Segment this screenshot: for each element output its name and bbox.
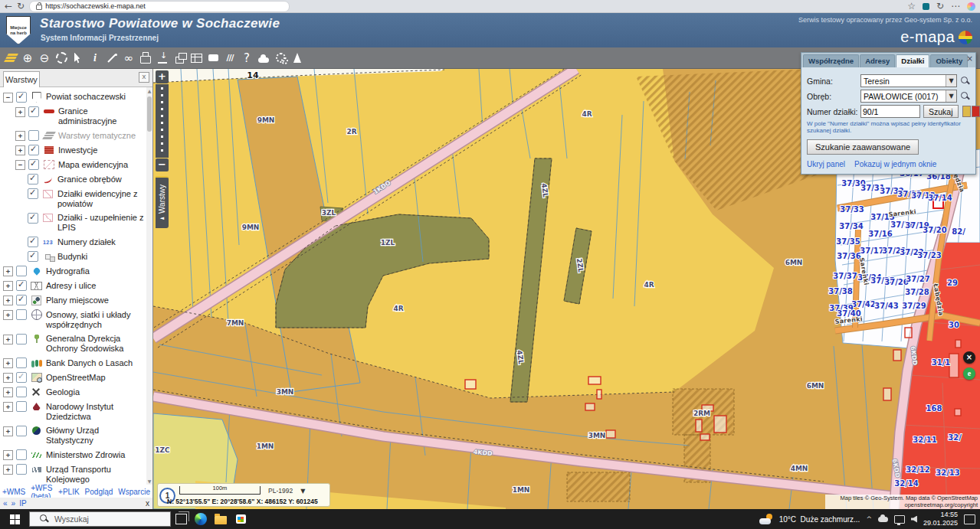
info-icon[interactable]: i: [87, 49, 103, 67]
back-icon[interactable]: ←: [5, 1, 12, 12]
layer-checkbox[interactable]: [16, 280, 27, 291]
settings-icon[interactable]: [272, 49, 289, 67]
footer-link[interactable]: +WMS: [2, 488, 25, 496]
clock[interactable]: 14:55 29.01.2025: [923, 511, 958, 527]
expander-icon[interactable]: +: [3, 266, 13, 276]
layer-checkbox[interactable]: [28, 145, 39, 155]
zoom-in-button[interactable]: +: [156, 70, 169, 83]
volume-icon[interactable]: [911, 516, 917, 523]
search-tab-adresy[interactable]: Adresy: [860, 54, 895, 67]
search-tab-obiekty[interactable]: Obiekty: [930, 54, 968, 67]
expander-icon[interactable]: +: [15, 145, 25, 155]
print-icon[interactable]: [137, 49, 154, 67]
favorite-icon[interactable]: ☆: [907, 1, 916, 12]
start-button[interactable]: [0, 509, 29, 529]
select-area-icon[interactable]: [53, 49, 70, 67]
comment-icon[interactable]: [205, 49, 221, 67]
layer-checkbox[interactable]: [16, 358, 27, 368]
search-gmina-icon[interactable]: [961, 77, 970, 86]
scroll-down-icon[interactable]: ▼: [146, 478, 152, 484]
search-button[interactable]: Szukaj: [923, 105, 959, 118]
expander-icon[interactable]: +: [3, 335, 13, 345]
pager-next[interactable]: »: [11, 499, 16, 508]
layer-checkbox[interactable]: [16, 372, 27, 383]
sync-icon[interactable]: ↻: [936, 1, 944, 12]
emapa-badge-button[interactable]: e: [963, 367, 975, 380]
sidebar-close-icon[interactable]: x: [139, 72, 149, 83]
obreb-select[interactable]: PAWŁOWICE (0017) ▼: [860, 90, 957, 103]
expander-icon[interactable]: +: [3, 465, 13, 475]
file-explorer-icon[interactable]: [211, 509, 231, 529]
layer-checkbox[interactable]: [28, 188, 38, 199]
zoom-in-icon[interactable]: ⊕: [19, 49, 36, 67]
network-icon[interactable]: [894, 515, 905, 524]
layer-checkbox[interactable]: [28, 237, 38, 247]
layer-checkbox[interactable]: [16, 401, 27, 412]
copy-view-icon[interactable]: [171, 49, 188, 67]
sidebar-collapse-tab[interactable]: Warstwy ◄: [156, 176, 169, 228]
edge-icon[interactable]: [191, 509, 211, 529]
extension-icon[interactable]: [923, 3, 929, 10]
scrollbar-thumb[interactable]: [147, 96, 152, 132]
hide-panel-link[interactable]: Ukryj panel: [807, 160, 845, 168]
expander-icon[interactable]: +: [3, 358, 13, 368]
layer-checkbox[interactable]: [28, 174, 38, 184]
layer-checkbox[interactable]: [28, 130, 39, 141]
search-tab-działki[interactable]: Działki: [896, 54, 929, 67]
measure-icon[interactable]: ///: [221, 49, 238, 67]
layer-checkbox[interactable]: [28, 213, 38, 224]
expander-icon[interactable]: +: [15, 131, 25, 141]
link-icon[interactable]: ∞: [120, 49, 137, 67]
cloud-upload-icon[interactable]: [255, 49, 272, 67]
expander-icon[interactable]: +: [3, 296, 13, 305]
search-tab-współrzędne[interactable]: Współrzędne: [803, 54, 859, 67]
draw-icon[interactable]: [103, 49, 120, 67]
split-view-icon[interactable]: [188, 49, 205, 67]
expander-icon[interactable]: +: [3, 426, 13, 436]
layer-checkbox[interactable]: [16, 449, 27, 460]
expander-icon[interactable]: +: [3, 373, 13, 383]
taskbar-search[interactable]: Wyszukaj: [29, 511, 171, 527]
tray-chevron-icon[interactable]: ^: [866, 515, 872, 523]
footer-link[interactable]: +PLIK: [58, 488, 80, 496]
layer-checkbox[interactable]: [16, 92, 27, 103]
layer-checkbox[interactable]: [16, 426, 27, 436]
layer-checkbox[interactable]: [16, 334, 27, 345]
download-icon[interactable]: [154, 49, 171, 67]
help-icon[interactable]: ?: [238, 49, 255, 67]
layer-checkbox[interactable]: [16, 387, 27, 397]
zoom-out-icon[interactable]: ⊖: [36, 49, 53, 67]
layers-icon[interactable]: [2, 49, 19, 67]
expander-icon[interactable]: +: [3, 402, 13, 412]
more-icon[interactable]: ⋯: [951, 1, 960, 12]
expander-icon[interactable]: +: [3, 310, 13, 320]
search-obreb-icon[interactable]: [961, 92, 970, 101]
search-panel-close-icon[interactable]: ×: [967, 54, 973, 63]
weather-icon[interactable]: [759, 514, 773, 524]
task-view-button[interactable]: [171, 509, 191, 529]
expander-icon[interactable]: +: [3, 450, 13, 460]
weather-text[interactable]: 10°C Duże zachmurz...: [779, 515, 860, 524]
layer-checkbox[interactable]: [28, 251, 38, 262]
pointer-icon[interactable]: [70, 49, 87, 67]
panel-close[interactable]: x: [146, 499, 149, 508]
tab-warstwy[interactable]: Warstwy: [3, 71, 40, 87]
zoom-slider[interactable]: [156, 84, 169, 158]
layer-checkbox[interactable]: [16, 266, 27, 276]
store-icon[interactable]: [231, 509, 251, 529]
layer-checkbox[interactable]: [28, 106, 39, 117]
expander-icon[interactable]: −: [3, 93, 13, 103]
layer-checkbox[interactable]: [16, 464, 27, 475]
notification-icon[interactable]: [964, 514, 975, 524]
attribution-link[interactable]: openstreetmap.org/copyright: [828, 502, 978, 509]
crs-dropdown-icon[interactable]: ▼: [300, 488, 305, 495]
footer-link[interactable]: Podgląd: [85, 488, 113, 496]
expander-icon[interactable]: +: [3, 281, 13, 291]
layer-checkbox[interactable]: [16, 295, 27, 305]
ip-link[interactable]: IP: [19, 499, 26, 508]
refresh-icon[interactable]: ↻: [17, 1, 25, 12]
gmina-select[interactable]: Teresin ▼: [860, 74, 957, 87]
copilot-icon[interactable]: [967, 2, 975, 11]
map-close-button[interactable]: ×: [963, 351, 975, 364]
pager-prev[interactable]: «: [3, 499, 8, 508]
